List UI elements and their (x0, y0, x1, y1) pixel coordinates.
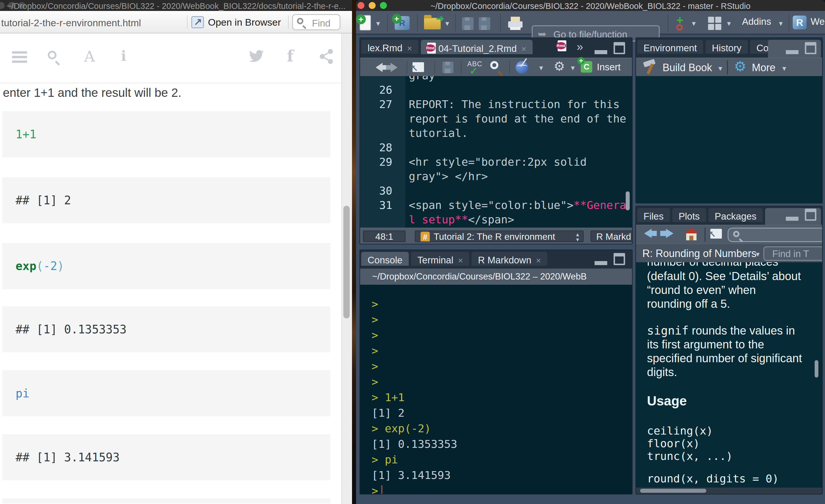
rstudio-titlebar[interactable]: ~/Dropbox/Concordia/Courses/BIOL322 - 20… (356, 0, 825, 11)
editor-scrollbar-thumb[interactable] (626, 191, 630, 210)
topic-dropdown-icon[interactable]: ▾ (756, 250, 760, 259)
forward-icon[interactable] (666, 229, 673, 238)
browser-scrollbar[interactable] (341, 33, 352, 504)
close-tab-icon[interactable]: × (536, 256, 541, 265)
menu-icon[interactable] (12, 51, 27, 63)
open-in-browser-button[interactable]: Open in Browser (208, 17, 281, 28)
maximize-pane-icon[interactable] (805, 209, 816, 221)
font-settings-icon[interactable]: A (84, 48, 95, 65)
help-horizontal-scrollbar[interactable] (636, 488, 822, 494)
version-control-dropdown-icon[interactable]: ▾ (692, 19, 696, 28)
help-search-input[interactable] (728, 228, 823, 242)
project-name-label[interactable]: We (811, 16, 825, 27)
close-tab-icon[interactable]: × (407, 44, 412, 53)
gear-icon[interactable]: ⚙ (554, 59, 565, 73)
tab-label: 04-Tutorial_2.Rmd (436, 43, 517, 54)
workspace-panes-icon[interactable] (708, 17, 721, 30)
tab-history[interactable]: History (705, 40, 748, 54)
panes-dropdown-icon[interactable]: ▾ (727, 19, 731, 28)
section-navigator[interactable]: #Tutorial 2: The R environment ▴▾ (415, 230, 584, 242)
new-file-dropdown-icon[interactable]: ▾ (376, 19, 380, 28)
file-type-label[interactable]: R Markd (591, 230, 632, 242)
tab-lex-rmd[interactable]: lex.Rmd× (361, 40, 419, 54)
pane-window-controls[interactable] (595, 253, 625, 266)
find-input[interactable]: Find (292, 14, 341, 30)
tab-overflow-icon[interactable]: » (577, 40, 583, 53)
knit-icon[interactable] (516, 61, 528, 74)
open-in-new-window-icon[interactable] (710, 229, 722, 238)
maximize-pane-icon[interactable] (614, 253, 625, 265)
info-icon[interactable]: i (121, 48, 126, 64)
build-toolbar: Build Book ▾ ⚙ More ▾ (636, 58, 822, 76)
addins-menu[interactable]: Addins (742, 16, 771, 27)
knit-dropdown-icon[interactable]: ▾ (539, 63, 543, 72)
section-updown-icon[interactable]: ▴▾ (576, 232, 579, 242)
console-output[interactable]: >>>>>>> 1+1[1] 2> exp(-2)[1] 0.1353353> … (360, 285, 632, 495)
more-dropdown-icon[interactable]: ▾ (782, 64, 786, 73)
gear-dropdown-icon[interactable]: ▾ (571, 63, 575, 72)
browser-titlebar[interactable]: ~/Dropbox/Concordia/Courses/BIOL322 - 20… (0, 0, 352, 11)
minimize-pane-icon[interactable] (786, 46, 799, 54)
tab-files[interactable]: Files (637, 208, 670, 222)
close-tab-icon[interactable]: × (458, 256, 463, 265)
find-in-topic-input[interactable]: Find in T (763, 246, 823, 261)
tab-console[interactable]: Console (361, 252, 409, 266)
rmd-file-icon[interactable] (558, 40, 566, 51)
help-topic-title[interactable]: R: Rounding of Numbers (643, 247, 756, 260)
pane-window-controls[interactable] (786, 42, 816, 55)
open-recent-dropdown-icon[interactable]: ▾ (445, 19, 449, 28)
spellcheck-icon[interactable]: ABC (467, 60, 482, 68)
tab-r-markdown[interactable]: R Markdown× (471, 252, 547, 266)
tab-terminal[interactable]: Terminal× (411, 252, 469, 266)
version-control-icon[interactable]: + (675, 15, 686, 31)
tab-plots[interactable]: Plots (672, 208, 706, 222)
r-project-icon[interactable]: R (793, 15, 807, 29)
line-number (360, 212, 405, 227)
addins-dropdown-icon[interactable]: ▾ (779, 19, 783, 28)
save-all-icon[interactable] (479, 17, 490, 30)
open-file-icon[interactable] (424, 18, 441, 29)
new-project-icon[interactable]: R+ (395, 16, 409, 30)
save-icon[interactable] (442, 62, 453, 73)
editor-row: gray"> </hr> (360, 169, 632, 184)
tab-04-tutorial-2-rmd[interactable]: 04-Tutorial_2.Rmd× (421, 40, 533, 54)
more-button[interactable]: More (752, 62, 775, 74)
help-hscrollbar-thumb[interactable] (640, 489, 706, 493)
browser-scrollbar-thumb[interactable] (344, 206, 350, 318)
close-tab-icon[interactable]: × (521, 44, 527, 54)
build-dropdown-icon[interactable]: ▾ (719, 64, 722, 73)
pane-window-controls[interactable] (595, 42, 625, 55)
insert-button[interactable]: Insert (597, 62, 621, 73)
back-icon[interactable] (376, 63, 383, 72)
find-replace-icon[interactable] (490, 61, 498, 69)
minimize-pane-icon[interactable] (595, 257, 607, 265)
facebook-icon[interactable]: f (287, 47, 294, 65)
maximize-pane-icon[interactable] (805, 42, 816, 54)
new-file-icon[interactable]: + (360, 15, 370, 30)
search-icon[interactable] (48, 51, 57, 59)
back-icon[interactable] (644, 229, 652, 238)
help-scrollbar-thumb[interactable] (815, 360, 818, 377)
pane-window-controls[interactable] (786, 209, 816, 221)
minimize-pane-icon[interactable] (595, 46, 607, 54)
maximize-pane-icon[interactable] (614, 42, 625, 54)
save-icon[interactable] (462, 17, 473, 30)
open-in-browser-icon[interactable] (191, 16, 204, 28)
forward-icon[interactable] (391, 63, 397, 72)
editor-content[interactable]: gray2627REPORT: The instruction for this… (360, 76, 632, 229)
usage-line (647, 462, 822, 472)
print-icon[interactable] (508, 17, 523, 30)
open-in-new-window-icon[interactable] (412, 62, 424, 72)
twitter-icon[interactable] (248, 50, 265, 65)
tab-environment[interactable]: Environment (637, 40, 703, 54)
console-line: [1] 3.141593 (372, 467, 632, 483)
home-icon[interactable] (684, 228, 698, 240)
help-content[interactable]: number of decimal places (default 0). Se… (636, 262, 822, 489)
tab-packages[interactable]: Packages (708, 208, 763, 222)
code-segment: REPORT: The instruction for this (409, 98, 620, 111)
build-book-button[interactable]: Build Book (663, 62, 712, 74)
insert-chunk-icon[interactable]: C (581, 61, 592, 73)
help-segment: rounds the values in (689, 324, 795, 337)
share-icon[interactable] (319, 49, 334, 65)
minimize-pane-icon[interactable] (786, 212, 799, 221)
